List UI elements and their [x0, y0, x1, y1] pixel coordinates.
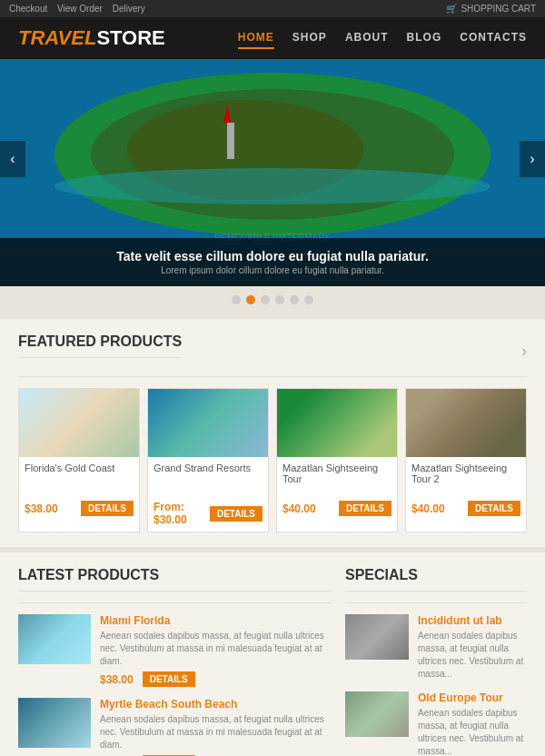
product-image-2 [277, 389, 397, 457]
special-title-0: Incididunt ut lab [418, 614, 527, 627]
product-card-1: Grand Strand Resorts From: $30.00 DETAIL… [147, 388, 269, 532]
slider-dot-5[interactable] [304, 295, 313, 304]
latest-title: LATEST PRODUCTS [18, 567, 159, 583]
two-col-layout: LATEST PRODUCTS Miami Florida Aenean sod… [18, 567, 527, 756]
hero-caption: Tate velit esse cillum dolore eu fugiat … [0, 238, 545, 286]
special-item-0: Incididunt ut lab Aenean sodales dapibus… [345, 614, 527, 681]
delivery-link[interactable]: Delivery [113, 4, 145, 14]
nav-home[interactable]: HOME [238, 27, 274, 49]
special-item-1: Old Europe Tour Aenean sodales dapibus m… [345, 691, 527, 756]
products-grid: Florida's Gold Coast $38.00 DETAILS Gran… [18, 388, 527, 532]
latest-specials-section: LATEST PRODUCTS Miami Florida Aenean sod… [0, 552, 545, 756]
svg-point-6 [54, 168, 490, 204]
product-name-3: Mazatlan Sightseeing Tour 2 [411, 463, 520, 488]
svg-rect-4 [227, 123, 234, 159]
slider-dot-3[interactable] [275, 295, 284, 304]
special-image-0 [345, 614, 409, 660]
nav-about[interactable]: ABOUT [345, 27, 389, 49]
checkout-link[interactable]: Checkout [9, 4, 47, 14]
hero-caption-sub: Lorem ipsum dolor cillum dolore eu fugia… [54, 265, 490, 275]
slider-dot-2[interactable] [261, 295, 270, 304]
latest-item-title-0: Miami Florida [100, 614, 331, 627]
latest-products-col: LATEST PRODUCTS Miami Florida Aenean sod… [18, 567, 331, 756]
latest-price-0: $38.00 [100, 673, 134, 686]
featured-products-section: FEATURED PRODUCTS › Florida's Gold Coast… [0, 319, 545, 547]
special-info-0: Incididunt ut lab Aenean sodales dapibus… [418, 614, 527, 681]
latest-info-0: Miami Florida Aenean sodales dapibus mas… [100, 614, 331, 687]
product-info-3: Mazatlan Sightseeing Tour 2 [406, 457, 526, 497]
product-info-0: Florida's Gold Coast [19, 457, 139, 497]
product-card-0: Florida's Gold Coast $38.00 DETAILS [18, 388, 140, 532]
product-image-0 [19, 389, 139, 457]
slider-dots [0, 286, 545, 313]
product-footer-3: $40.00 DETAILS [406, 497, 526, 522]
hero-prev-button[interactable]: ‹ [0, 141, 25, 177]
latest-info-1: Myrtle Beach South Beach Aenean sodales … [100, 698, 331, 756]
top-bar: Checkout View Order Delivery 🛒 SHOPPING … [0, 0, 545, 17]
featured-title: FEATURED PRODUCTS [18, 333, 182, 358]
product-footer-1: From: $30.00 DETAILS [148, 497, 268, 532]
product-footer-2: $40.00 DETAILS [277, 497, 397, 522]
latest-image-0 [18, 614, 91, 664]
top-bar-links[interactable]: Checkout View Order Delivery [9, 4, 153, 14]
nav-blog[interactable]: BLOG [407, 27, 442, 49]
cart-label: SHOPPING CART [461, 4, 536, 14]
product-footer-0: $38.00 DETAILS [19, 497, 139, 522]
product-name-2: Mazatlan Sightseeing Tour [282, 463, 391, 488]
header: TRAVELSTORE HOME SHOP ABOUT BLOG CONTACT… [0, 17, 545, 59]
product-name-1: Grand Strand Resorts [154, 463, 263, 488]
hero-caption-title: Tate velit esse cillum dolore eu fugiat … [54, 249, 490, 264]
product-price-3: $40.00 [411, 502, 445, 515]
special-desc-1: Aenean sodales dapibus massa, at feugiat… [418, 707, 527, 756]
latest-image-1 [18, 698, 91, 748]
latest-footer-0: $38.00 DETAILS [100, 671, 331, 687]
special-desc-0: Aenean sodales dapibus massa, at feugiat… [418, 630, 527, 681]
product-image-1 [148, 389, 268, 457]
hero-slider: REMOVABLE WATERMARK ‹ › Tate velit esse … [0, 59, 545, 286]
product-info-1: Grand Strand Resorts [148, 457, 268, 497]
product-image-3 [406, 389, 526, 457]
slider-dot-1[interactable] [246, 295, 255, 304]
latest-item-0: Miami Florida Aenean sodales dapibus mas… [18, 614, 331, 687]
latest-item-1: Myrtle Beach South Beach Aenean sodales … [18, 698, 331, 756]
specials-title: SPECIALS [345, 567, 418, 583]
latest-item-title-1: Myrtle Beach South Beach [100, 698, 331, 711]
hero-next-button[interactable]: › [520, 141, 545, 177]
product-price-1: From: $30.00 [154, 501, 210, 526]
featured-header: FEATURED PRODUCTS › [18, 333, 527, 377]
specials-col: SPECIALS Incididunt ut lab Aenean sodale… [345, 567, 527, 756]
featured-next-arrow[interactable]: › [521, 342, 527, 361]
nav-shop[interactable]: SHOP [292, 27, 327, 49]
product-price-0: $38.00 [25, 502, 58, 515]
product-details-button-0[interactable]: DETAILS [81, 501, 134, 516]
latest-header: LATEST PRODUCTS [18, 567, 331, 592]
slider-dot-0[interactable] [232, 295, 241, 304]
nav-contacts[interactable]: CONTACTS [460, 27, 527, 49]
logo-travel: TRAVEL [18, 26, 96, 49]
specials-header: SPECIALS [345, 567, 527, 592]
hero-svg: REMOVABLE WATERMARK [0, 59, 545, 250]
special-info-1: Old Europe Tour Aenean sodales dapibus m… [418, 691, 527, 756]
latest-details-button-0[interactable]: DETAILS [143, 671, 195, 687]
product-card-2: Mazatlan Sightseeing Tour $40.00 DETAILS [276, 388, 398, 532]
logo: TRAVELSTORE [18, 26, 165, 50]
special-image-1 [345, 691, 409, 737]
logo-store: STORE [96, 26, 164, 49]
product-details-button-3[interactable]: DETAILS [468, 501, 520, 516]
product-card-3: Mazatlan Sightseeing Tour 2 $40.00 DETAI… [405, 388, 527, 532]
product-name-0: Florida's Gold Coast [25, 463, 134, 488]
cart-icon: 🛒 [446, 4, 457, 14]
product-price-2: $40.00 [282, 502, 316, 515]
cart-link[interactable]: 🛒 SHOPPING CART [446, 4, 536, 14]
product-details-button-2[interactable]: DETAILS [339, 501, 391, 516]
hero-image: REMOVABLE WATERMARK [0, 59, 545, 250]
product-details-button-1[interactable]: DETAILS [210, 506, 263, 522]
latest-item-desc-1: Aenean sodales dapibus massa, at feugiat… [100, 713, 331, 751]
slider-dot-4[interactable] [290, 295, 299, 304]
product-info-2: Mazatlan Sightseeing Tour [277, 457, 397, 497]
latest-item-desc-0: Aenean sodales dapibus massa, at feugiat… [100, 630, 331, 668]
special-title-1: Old Europe Tour [418, 691, 527, 704]
view-order-link[interactable]: View Order [57, 4, 103, 14]
main-nav: HOME SHOP ABOUT BLOG CONTACTS [238, 27, 527, 49]
